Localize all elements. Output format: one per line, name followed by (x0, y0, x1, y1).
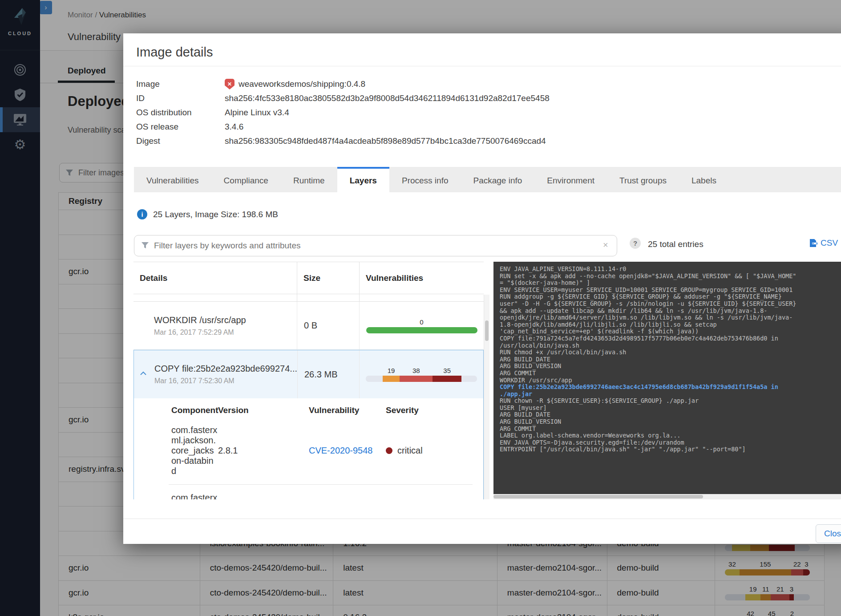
bar-count: 38 (412, 367, 420, 374)
layers-column-header: Vulnerabilities (360, 262, 484, 294)
metadata-value: ✕weaveworksdemos/shipping:0.4.8 (225, 79, 365, 89)
help-icon[interactable]: ? (630, 238, 641, 249)
image-metadata: Image ✕weaveworksdemos/shipping:0.4.8 ID… (136, 77, 841, 148)
metadata-label: OS release (136, 122, 225, 132)
dockerfile-line: RUN chmod +x /usr/local/bin/java.sh (500, 349, 841, 356)
dockerfile-line: ARG BUILD_DATE (500, 411, 841, 418)
bar-count: 35 (443, 367, 451, 374)
component-name: com.fasterxml.jackson.core_jackson-datab… (171, 425, 218, 476)
dockerfile-line: WORKDIR /usr/src/app (500, 377, 841, 384)
dockerfile-line: COPY file:791a724c5a7efd4243653d2d498951… (500, 335, 841, 342)
scrollbar-thumb[interactable] (493, 495, 703, 498)
bar-segment-track (461, 376, 477, 382)
tab-labels[interactable]: Labels (679, 167, 729, 192)
scrollbar-thumb[interactable] (485, 320, 489, 341)
dockerfile-line: ENV JAVA_ALPINE_VERSION=8.111.14-r0 (500, 266, 841, 273)
metadata-label: Image (136, 79, 225, 89)
layer-command: COPY file:25b2e2a923bde699274... (154, 364, 297, 374)
layer-expansion: ComponentVersionVulnerabilitySeverity co… (134, 398, 483, 499)
layers-table-header: DetailsSizeVulnerabilities (133, 262, 484, 294)
tab-process-info[interactable]: Process info (389, 167, 461, 192)
dockerfile-line: RUN addgroup -g ${SERVICE_GID} ${SERVICE… (500, 293, 841, 300)
dockerfile-line: RUN chown -R ${SERVICE_USER}:${SERVICE_G… (500, 397, 841, 405)
modal-footer-divider (123, 519, 841, 519)
close-button[interactable]: Close (816, 524, 841, 543)
metadata-row: ID sha256:4fc533e8180ac3805582d3b2a9f800… (136, 91, 841, 105)
metadata-row: Image ✕weaveworksdemos/shipping:0.4.8 (136, 77, 841, 91)
component-name: com.fasterxml.jacks (171, 493, 218, 499)
layers-column-header: Details (133, 262, 297, 294)
component-column-header: Component (171, 405, 218, 415)
total-entries: 25 total entries (648, 239, 704, 249)
tab-package-info[interactable]: Package info (461, 167, 535, 192)
tab-environment[interactable]: Environment (534, 167, 607, 192)
component-column-header: Version (218, 405, 309, 415)
layer-vuln-cell: 193835 (360, 350, 483, 398)
csv-label: CSV (821, 238, 838, 248)
header-spacer (133, 294, 484, 302)
tab-trust-groups[interactable]: Trust groups (607, 167, 679, 192)
dockerfile-line: ENV JAVA_OPTS=-Djava.security.egd=file:/… (500, 439, 841, 446)
layer-row[interactable]: COPY file:25b2e2a923bde699274... Mar 16,… (134, 350, 483, 398)
dockerfile-line: 1.8-openjdk/lib/amd64/jli/libjli.so /lib… (500, 321, 841, 328)
clear-filter-icon[interactable]: × (603, 240, 608, 250)
metadata-label: OS distribution (136, 108, 225, 118)
chevron-up-icon[interactable] (140, 371, 147, 376)
layers-scrollbar[interactable] (484, 295, 489, 499)
component-column-header: Severity (386, 405, 483, 415)
csv-export-button[interactable]: CSV (809, 238, 838, 248)
metadata-label: Digest (136, 136, 225, 146)
layers-column-header: Size (297, 262, 360, 294)
tab-runtime[interactable]: Runtime (281, 167, 337, 192)
metadata-label: ID (136, 93, 225, 103)
layer-row[interactable]: WORKDIR /usr/src/app Mar 16, 2017 7:52:2… (133, 302, 484, 350)
layer-date: Mar 16, 2017 7:52:30 AM (154, 377, 297, 385)
layers-table: DetailsSizeVulnerabilities WORKDIR /usr/… (133, 262, 489, 499)
layers-summary-text: 25 Layers, Image Size: 198.6 MB (153, 210, 278, 219)
metadata-row: OS release 3.4.6 (136, 120, 841, 134)
filter-funnel-icon (141, 241, 149, 249)
horizontal-scrollbar[interactable] (493, 494, 841, 499)
layer-size-cell: 0 B (297, 302, 360, 349)
layer-size-cell: 26.3 MB (298, 350, 360, 398)
bar-segment-green (366, 327, 477, 333)
layer-date: Mar 16, 2017 7:52:29 AM (154, 328, 297, 336)
dockerfile-line: 'cap_net_bind_service=+ep' $(readlink -f… (500, 328, 841, 335)
screen: CLOUD (0, 0, 841, 616)
dockerfile-line: ENTRYPOINT ["/usr/local/bin/java.sh" "-j… (500, 446, 841, 453)
vulnerability-bar: 0 (366, 318, 477, 333)
layer-vuln-cell: 0 (360, 302, 484, 349)
vulnerable-shield-icon: ✕ (225, 79, 235, 89)
dockerfile-line: LABEL org.label-schema.vendor=Weaveworks… (500, 432, 841, 439)
dockerfile-line: ARG COMMIT (500, 426, 841, 433)
tab-vulnerabilities[interactable]: Vulnerabilities (134, 167, 211, 192)
layers-filter-input[interactable] (134, 235, 617, 256)
tab-compliance[interactable]: Compliance (211, 167, 281, 192)
metadata-value: 3.4.6 (225, 122, 243, 132)
info-icon: i (137, 209, 147, 219)
layer-details-cell: WORKDIR /usr/src/app Mar 16, 2017 7:52:2… (133, 302, 297, 349)
dockerfile-line: ARG BUILD_VERSION (500, 363, 841, 370)
modal-title: Image details (136, 45, 213, 60)
dockerfile-line: RUN set -x && apk add --no-cache openjdk… (500, 273, 841, 280)
bar-segment-track (366, 376, 383, 382)
component-version: 2.8.1 (218, 446, 309, 456)
tab-layers[interactable]: Layers (337, 167, 389, 192)
dockerfile-line: = "$(docker-java-home)" ] (500, 280, 841, 287)
dockerfile-line: USER [myuser] (500, 405, 841, 412)
dockerfile-line: /usr/local/bin/java.sh (500, 342, 841, 349)
component-row: com.fasterxml.jacks (171, 486, 483, 499)
layer-command: WORKDIR /usr/src/app (154, 315, 297, 325)
bar-count: 19 (388, 367, 395, 374)
dockerfile-line: ARG BUILD_VERSION (500, 418, 841, 426)
csv-export-icon (809, 239, 817, 247)
metadata-row: OS distribution Alpine Linux v3.4 (136, 105, 841, 120)
cve-link[interactable]: CVE-2020-9548 (309, 446, 372, 455)
dockerfile-panel: ENV JAVA_ALPINE_VERSION=8.111.14-r0RUN s… (493, 262, 841, 499)
dockerfile-line: COPY file:25b2e2a923bde6992746aeec3ac4c1… (500, 384, 841, 391)
layers-summary: i 25 Layers, Image Size: 198.6 MB (137, 209, 278, 219)
layers-content: DetailsSizeVulnerabilities WORKDIR /usr/… (133, 262, 841, 499)
dockerfile-line: ARG COMMIT (500, 370, 841, 377)
dockerfile-line: ./app.jar (500, 391, 841, 398)
vulnerability-bar: 193835 (366, 367, 477, 382)
